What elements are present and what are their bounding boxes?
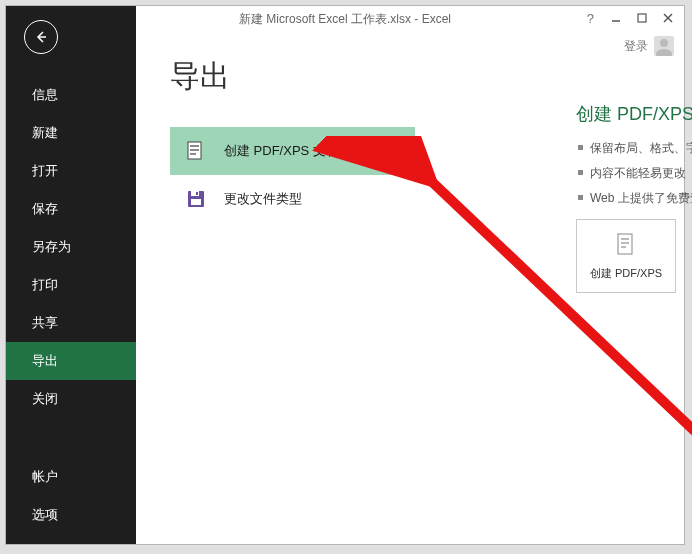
save-as-icon (184, 187, 208, 211)
titlebar: 新建 Microsoft Excel 工作表.xlsx - Excel ? (6, 6, 684, 34)
pdf-icon (614, 232, 638, 260)
svg-rect-15 (638, 14, 646, 22)
sidebar-item[interactable]: 导出 (6, 342, 136, 380)
export-options: 创建 PDF/XPS 文档 更改文件类型 (170, 127, 415, 223)
sidebar-item[interactable]: 新建 (6, 114, 136, 152)
bullet-item: 保留布局、格式、字体和图像 (576, 140, 692, 157)
sidebar-item[interactable]: 共享 (6, 304, 136, 342)
svg-rect-11 (621, 242, 629, 244)
bullet-item: 内容不能轻易更改 (576, 165, 692, 182)
avatar-icon (654, 36, 674, 56)
svg-rect-7 (191, 199, 201, 205)
page-title: 导出 (170, 56, 674, 97)
help-button[interactable]: ? (579, 9, 602, 28)
sidebar: 信息新建打开保存另存为打印共享导出关闭帐户选项 (6, 6, 136, 544)
right-heading: 创建 PDF/XPS 文档 (576, 102, 692, 126)
sidebar-item[interactable]: 打开 (6, 152, 136, 190)
svg-rect-8 (196, 192, 198, 195)
svg-rect-12 (621, 246, 626, 248)
option-label: 创建 PDF/XPS 文档 (224, 142, 339, 160)
create-pdf-xps-button[interactable]: 创建 PDF/XPS (576, 219, 676, 293)
window-controls: ? (579, 8, 680, 28)
main: 导出 创建 PDF/XPS 文档 更改文件类型 创建 PDF/XPS 文档 (136, 6, 684, 544)
sidebar-item[interactable]: 帐户 (6, 458, 136, 496)
pdf-icon (184, 139, 208, 163)
login-row[interactable]: 登录 (624, 36, 674, 56)
svg-rect-4 (190, 153, 196, 155)
option-change-file-type[interactable]: 更改文件类型 (170, 175, 415, 223)
window: 信息新建打开保存另存为打印共享导出关闭帐户选项 导出 创建 PDF/XPS 文档… (5, 5, 685, 545)
svg-rect-2 (190, 145, 199, 147)
login-label: 登录 (624, 38, 648, 55)
option-create-pdf-xps[interactable]: 创建 PDF/XPS 文档 (170, 127, 415, 175)
svg-rect-10 (621, 238, 629, 240)
minimize-button[interactable] (604, 8, 628, 28)
right-panel: 创建 PDF/XPS 文档 保留布局、格式、字体和图像 内容不能轻易更改 Web… (576, 102, 692, 293)
sidebar-item[interactable]: 信息 (6, 76, 136, 114)
bullet-item: Web 上提供了免费查看器 (576, 190, 692, 207)
maximize-button[interactable] (630, 8, 654, 28)
sidebar-item[interactable]: 另存为 (6, 228, 136, 266)
body: 信息新建打开保存另存为打印共享导出关闭帐户选项 导出 创建 PDF/XPS 文档… (6, 6, 684, 544)
close-button[interactable] (656, 8, 680, 28)
sidebar-item[interactable]: 打印 (6, 266, 136, 304)
sidebar-item[interactable]: 关闭 (6, 380, 136, 418)
sidebar-item[interactable]: 保存 (6, 190, 136, 228)
sidebar-item[interactable]: 选项 (6, 496, 136, 534)
option-label: 更改文件类型 (224, 190, 302, 208)
svg-rect-3 (190, 149, 199, 151)
button-label: 创建 PDF/XPS (590, 266, 662, 281)
